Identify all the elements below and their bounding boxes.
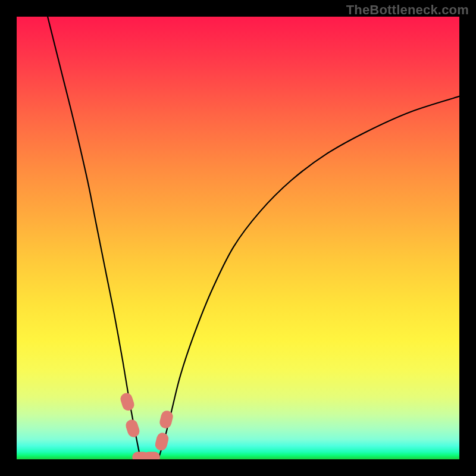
- attribution-text: TheBottleneck.com: [346, 2, 469, 18]
- curve-lines: [48, 17, 459, 459]
- chart-svg: [17, 17, 459, 459]
- outer-frame: TheBottleneck.com: [0, 0, 476, 476]
- marker-left-upper: [119, 392, 136, 412]
- plot-area: [17, 17, 459, 459]
- marker-points: [119, 392, 174, 459]
- marker-left-lower: [124, 418, 141, 439]
- marker-flat-mid: [143, 452, 160, 459]
- curve-right: [158, 96, 459, 459]
- marker-right-upper: [158, 409, 174, 430]
- curve-left: [48, 17, 140, 459]
- marker-right-lower: [154, 431, 170, 452]
